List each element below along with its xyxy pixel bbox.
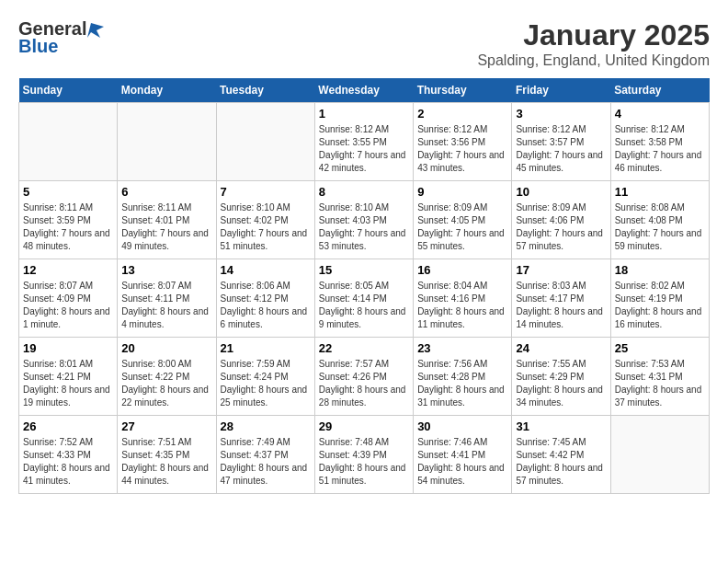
calendar-cell: 10Sunrise: 8:09 AM Sunset: 4:06 PM Dayli… [512, 181, 610, 259]
day-number: 25 [615, 341, 705, 355]
calendar-header-sunday: Sunday [19, 78, 118, 103]
calendar-cell: 15Sunrise: 8:05 AM Sunset: 4:14 PM Dayli… [314, 259, 413, 338]
day-number: 17 [516, 263, 606, 277]
day-info: Sunrise: 8:09 AM Sunset: 4:05 PM Dayligh… [417, 201, 507, 253]
day-info: Sunrise: 8:09 AM Sunset: 4:06 PM Dayligh… [516, 201, 606, 253]
day-number: 5 [23, 185, 113, 199]
day-info: Sunrise: 8:07 AM Sunset: 4:09 PM Dayligh… [23, 280, 113, 331]
day-number: 28 [221, 419, 311, 433]
calendar-week-4: 26Sunrise: 7:52 AM Sunset: 4:33 PM Dayli… [19, 416, 710, 494]
calendar-cell: 4Sunrise: 8:12 AM Sunset: 3:58 PM Daylig… [610, 103, 709, 181]
day-info: Sunrise: 7:56 AM Sunset: 4:28 PM Dayligh… [417, 358, 507, 409]
day-number: 16 [417, 263, 507, 277]
page-header: General Blue January 2025 Spalding, Engl… [18, 18, 710, 69]
day-info: Sunrise: 7:57 AM Sunset: 4:26 PM Dayligh… [319, 358, 409, 409]
day-info: Sunrise: 8:11 AM Sunset: 3:59 PM Dayligh… [23, 201, 113, 253]
day-number: 7 [221, 185, 311, 199]
day-number: 22 [319, 341, 409, 355]
calendar-cell: 31Sunrise: 7:45 AM Sunset: 4:42 PM Dayli… [512, 416, 610, 494]
day-info: Sunrise: 8:12 AM Sunset: 3:58 PM Dayligh… [615, 123, 705, 175]
day-info: Sunrise: 8:11 AM Sunset: 4:01 PM Dayligh… [121, 201, 211, 253]
day-info: Sunrise: 8:04 AM Sunset: 4:16 PM Dayligh… [417, 280, 507, 331]
calendar-header-wednesday: Wednesday [314, 78, 413, 103]
calendar-cell: 18Sunrise: 8:02 AM Sunset: 4:19 PM Dayli… [610, 259, 709, 338]
day-info: Sunrise: 8:12 AM Sunset: 3:56 PM Dayligh… [417, 123, 507, 175]
calendar-cell [216, 103, 314, 181]
calendar-week-0: 1Sunrise: 8:12 AM Sunset: 3:55 PM Daylig… [19, 103, 710, 181]
day-number: 31 [516, 419, 606, 433]
calendar-cell: 30Sunrise: 7:46 AM Sunset: 4:41 PM Dayli… [414, 416, 512, 494]
calendar-cell: 12Sunrise: 8:07 AM Sunset: 4:09 PM Dayli… [19, 259, 118, 338]
day-info: Sunrise: 7:55 AM Sunset: 4:29 PM Dayligh… [516, 358, 606, 409]
day-number: 3 [516, 107, 606, 121]
calendar-cell: 26Sunrise: 7:52 AM Sunset: 4:33 PM Dayli… [19, 416, 118, 494]
day-number: 20 [121, 341, 211, 355]
day-info: Sunrise: 8:10 AM Sunset: 4:03 PM Dayligh… [319, 201, 409, 253]
calendar-cell: 17Sunrise: 8:03 AM Sunset: 4:17 PM Dayli… [512, 259, 610, 338]
calendar-cell: 1Sunrise: 8:12 AM Sunset: 3:55 PM Daylig… [314, 103, 413, 181]
calendar-cell [610, 416, 709, 494]
day-number: 27 [121, 419, 211, 433]
day-info: Sunrise: 8:07 AM Sunset: 4:11 PM Dayligh… [121, 280, 211, 331]
day-number: 15 [319, 263, 409, 277]
calendar-cell: 20Sunrise: 8:00 AM Sunset: 4:22 PM Dayli… [118, 338, 216, 416]
day-info: Sunrise: 8:00 AM Sunset: 4:22 PM Dayligh… [121, 358, 211, 409]
day-number: 4 [615, 107, 705, 121]
calendar-week-1: 5Sunrise: 8:11 AM Sunset: 3:59 PM Daylig… [19, 181, 710, 259]
calendar-cell: 2Sunrise: 8:12 AM Sunset: 3:56 PM Daylig… [414, 103, 512, 181]
calendar-table: SundayMondayTuesdayWednesdayThursdayFrid… [18, 78, 710, 494]
day-number: 30 [417, 419, 507, 433]
calendar-cell: 22Sunrise: 7:57 AM Sunset: 4:26 PM Dayli… [314, 338, 413, 416]
day-info: Sunrise: 8:02 AM Sunset: 4:19 PM Dayligh… [615, 280, 705, 331]
day-number: 21 [221, 341, 311, 355]
calendar-cell [19, 103, 118, 181]
day-info: Sunrise: 8:03 AM Sunset: 4:17 PM Dayligh… [516, 280, 606, 331]
calendar-cell [118, 103, 216, 181]
calendar-title: January 2025 [477, 18, 710, 52]
day-info: Sunrise: 7:49 AM Sunset: 4:37 PM Dayligh… [221, 436, 311, 488]
calendar-cell: 19Sunrise: 8:01 AM Sunset: 4:21 PM Dayli… [19, 338, 118, 416]
day-info: Sunrise: 7:45 AM Sunset: 4:42 PM Dayligh… [516, 436, 606, 488]
calendar-cell: 11Sunrise: 8:08 AM Sunset: 4:08 PM Dayli… [610, 181, 709, 259]
calendar-header-thursday: Thursday [414, 78, 512, 103]
day-info: Sunrise: 7:53 AM Sunset: 4:31 PM Dayligh… [615, 358, 705, 409]
day-number: 8 [319, 185, 409, 199]
day-number: 19 [23, 341, 113, 355]
calendar-cell: 23Sunrise: 7:56 AM Sunset: 4:28 PM Dayli… [414, 338, 512, 416]
calendar-subtitle: Spalding, England, United Kingdom [477, 52, 710, 69]
calendar-cell: 9Sunrise: 8:09 AM Sunset: 4:05 PM Daylig… [414, 181, 512, 259]
day-info: Sunrise: 8:08 AM Sunset: 4:08 PM Dayligh… [615, 201, 705, 253]
day-info: Sunrise: 7:52 AM Sunset: 4:33 PM Dayligh… [23, 436, 113, 488]
day-info: Sunrise: 8:12 AM Sunset: 3:57 PM Dayligh… [516, 123, 606, 175]
day-info: Sunrise: 8:05 AM Sunset: 4:14 PM Dayligh… [319, 280, 409, 331]
calendar-header-row: SundayMondayTuesdayWednesdayThursdayFrid… [19, 78, 710, 103]
calendar-cell: 5Sunrise: 8:11 AM Sunset: 3:59 PM Daylig… [19, 181, 118, 259]
day-number: 24 [516, 341, 606, 355]
title-section: January 2025 Spalding, England, United K… [477, 18, 710, 69]
day-info: Sunrise: 7:46 AM Sunset: 4:41 PM Dayligh… [417, 436, 507, 488]
day-number: 26 [23, 419, 113, 433]
day-number: 6 [121, 185, 211, 199]
day-number: 23 [417, 341, 507, 355]
calendar-cell: 7Sunrise: 8:10 AM Sunset: 4:02 PM Daylig… [216, 181, 314, 259]
calendar-cell: 14Sunrise: 8:06 AM Sunset: 4:12 PM Dayli… [216, 259, 314, 338]
calendar-cell: 16Sunrise: 8:04 AM Sunset: 4:16 PM Dayli… [414, 259, 512, 338]
day-number: 9 [417, 185, 507, 199]
calendar-cell: 6Sunrise: 8:11 AM Sunset: 4:01 PM Daylig… [118, 181, 216, 259]
calendar-body: 1Sunrise: 8:12 AM Sunset: 3:55 PM Daylig… [19, 103, 710, 494]
logo: General Blue [18, 18, 105, 57]
svg-marker-0 [87, 23, 104, 38]
day-number: 29 [319, 419, 409, 433]
day-info: Sunrise: 8:10 AM Sunset: 4:02 PM Dayligh… [221, 201, 311, 253]
day-info: Sunrise: 8:01 AM Sunset: 4:21 PM Dayligh… [23, 358, 113, 409]
calendar-header-friday: Friday [512, 78, 610, 103]
calendar-cell: 29Sunrise: 7:48 AM Sunset: 4:39 PM Dayli… [314, 416, 413, 494]
day-info: Sunrise: 7:51 AM Sunset: 4:35 PM Dayligh… [121, 436, 211, 488]
logo-bird-icon [87, 21, 104, 38]
calendar-cell: 27Sunrise: 7:51 AM Sunset: 4:35 PM Dayli… [118, 416, 216, 494]
calendar-cell: 28Sunrise: 7:49 AM Sunset: 4:37 PM Dayli… [216, 416, 314, 494]
calendar-week-2: 12Sunrise: 8:07 AM Sunset: 4:09 PM Dayli… [19, 259, 710, 338]
calendar-cell: 8Sunrise: 8:10 AM Sunset: 4:03 PM Daylig… [314, 181, 413, 259]
day-info: Sunrise: 7:48 AM Sunset: 4:39 PM Dayligh… [319, 436, 409, 488]
calendar-header-saturday: Saturday [610, 78, 709, 103]
